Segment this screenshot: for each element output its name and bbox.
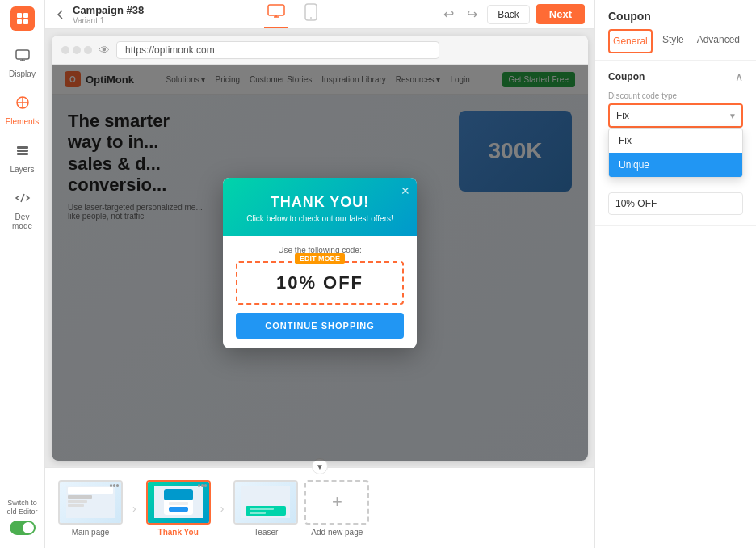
section-header: Coupon ∧ [608, 70, 743, 83]
browser-container: 👁 https://optimonk.com O OptiMonk Soluti… [45, 29, 594, 467]
sidebar-devmode-label: Dev mode [6, 213, 40, 230]
page-thumbnail-main[interactable]: Main page [58, 480, 123, 537]
tab-style[interactable]: Style [653, 29, 694, 53]
undo-button[interactable]: ↩ [440, 5, 457, 23]
right-panel: Coupon General Style Advanced Coupon ∧ D… [594, 0, 756, 548]
website-background: O OptiMonk Solutions ▾ Pricing Customer … [52, 65, 588, 461]
popup-title: THANK YOU! [236, 194, 404, 211]
thumb-inner-thankyou [148, 482, 209, 523]
popup-overlay: ✕ THANK YOU! Click below to check out ou… [52, 65, 588, 461]
expand-button[interactable]: ▼ [312, 458, 328, 474]
website-content: O OptiMonk Solutions ▾ Pricing Customer … [52, 65, 588, 461]
display-icon [15, 47, 31, 67]
add-page-button[interactable]: + Add new page [304, 480, 369, 537]
svg-rect-12 [17, 153, 28, 155]
svg-line-13 [21, 194, 24, 202]
popup-close-button[interactable]: ✕ [401, 184, 410, 197]
browser-dots [61, 46, 92, 54]
svg-rect-31 [250, 508, 274, 510]
browser-eye-icon: 👁 [99, 44, 110, 57]
discount-type-select-wrapper: Fix ▼ Fix Unique [608, 103, 743, 128]
coupon-box[interactable]: 10% OFF [236, 261, 404, 305]
continue-shopping-button[interactable]: CONTINUE SHOPPING [236, 313, 404, 339]
bottom-bar: ▼ Main page › [45, 467, 594, 548]
panel-header: Coupon General Style Advanced [595, 0, 756, 61]
toggle-switch[interactable] [10, 521, 36, 535]
sidebar-display-label: Display [9, 70, 36, 78]
elements-icon [15, 95, 31, 115]
sidebar-item-display[interactable]: Display [2, 40, 43, 85]
svg-rect-32 [250, 512, 266, 514]
popup-header: ✕ THANK YOU! Click below to check out ou… [223, 178, 417, 236]
thumb-frame-main [58, 480, 123, 525]
thumb-inner-teaser [235, 482, 296, 523]
svg-rect-0 [17, 13, 22, 18]
thumb-label-teaser: Teaser [254, 528, 278, 537]
switch-editor[interactable]: Switch to old Editor [0, 492, 44, 542]
discount-type-select[interactable]: Fix [608, 103, 743, 128]
popup-body: Use the following code: EDIT MODE 10% OF… [223, 236, 417, 348]
thumb-dots-thankyou [198, 484, 207, 487]
sidebar-item-layers[interactable]: Layers [2, 136, 43, 180]
browser-url[interactable]: https://optimonk.com [116, 41, 439, 59]
section-title: Coupon [608, 71, 645, 82]
svg-rect-2 [17, 19, 22, 24]
thumb-inner-main [60, 482, 121, 523]
top-bar: Campaign #38 Variant 1 ↩ ↪ [45, 0, 594, 29]
svg-rect-1 [23, 13, 28, 18]
svg-rect-10 [17, 146, 28, 149]
mobile-device-button[interactable] [301, 0, 321, 28]
page-thumbnail-thankyou[interactable]: Thank You [146, 480, 211, 537]
svg-rect-14 [268, 5, 284, 15]
svg-rect-30 [246, 506, 286, 516]
svg-rect-23 [68, 504, 84, 507]
layers-icon [15, 142, 31, 162]
devmode-icon [15, 190, 31, 210]
svg-rect-20 [68, 487, 113, 494]
next-button[interactable]: Next [536, 4, 585, 24]
redo-button[interactable]: ↪ [464, 5, 481, 23]
browser-dot-2 [73, 46, 81, 54]
svg-rect-27 [169, 502, 188, 505]
panel-title: Coupon [608, 10, 743, 23]
tab-general[interactable]: General [608, 29, 653, 53]
sidebar-item-elements[interactable]: Elements [2, 88, 43, 133]
browser-window: 👁 https://optimonk.com O OptiMonk Soluti… [52, 36, 588, 461]
add-page-label: Add new page [311, 528, 363, 537]
tab-advanced[interactable]: Advanced [694, 29, 743, 53]
svg-rect-28 [169, 507, 188, 512]
desktop-device-button[interactable] [264, 0, 288, 28]
collapse-icon[interactable]: ∧ [735, 70, 743, 83]
popup-modal: ✕ THANK YOU! Click below to check out ou… [223, 178, 417, 348]
topbar-center [264, 0, 321, 28]
sidebar-item-devmode[interactable]: Dev mode [2, 183, 43, 237]
page-thumbnail-teaser[interactable]: Teaser [233, 480, 298, 537]
campaign-title: Campaign #38 [73, 4, 144, 16]
edit-mode-badge: EDIT MODE [295, 253, 345, 264]
svg-point-18 [310, 17, 312, 19]
panel-tabs: General Style Advanced [608, 29, 743, 53]
back-arrow-button[interactable] [55, 9, 66, 20]
thumb-frame-thankyou [146, 480, 211, 525]
back-button[interactable]: Back [487, 5, 530, 24]
browser-dot-3 [84, 46, 92, 54]
coupon-code: 10% OFF [247, 272, 393, 293]
thumb-label-thankyou: Thank You [158, 528, 199, 537]
left-sidebar: Display Elements Layers [0, 0, 45, 548]
dropdown-item-unique[interactable]: Unique [609, 153, 742, 177]
app-logo [10, 6, 35, 31]
dropdown-item-fix[interactable]: Fix [609, 129, 742, 153]
topbar-right: ↩ ↪ Back Next [440, 4, 585, 24]
sidebar-elements-label: Elements [6, 117, 40, 126]
add-page-icon: + [304, 480, 369, 525]
dropdown-menu: Fix Unique [608, 128, 743, 178]
sidebar-layers-label: Layers [10, 165, 34, 174]
coupon-value-input[interactable]: 10% OFF [608, 192, 743, 215]
svg-rect-26 [164, 489, 193, 500]
svg-rect-4 [16, 50, 29, 59]
browser-dot-1 [61, 46, 69, 54]
svg-rect-11 [17, 150, 28, 152]
main-area: Campaign #38 Variant 1 ↩ ↪ [45, 0, 594, 548]
arrow-2: › [217, 502, 228, 515]
topbar-left: Campaign #38 Variant 1 [55, 4, 144, 25]
